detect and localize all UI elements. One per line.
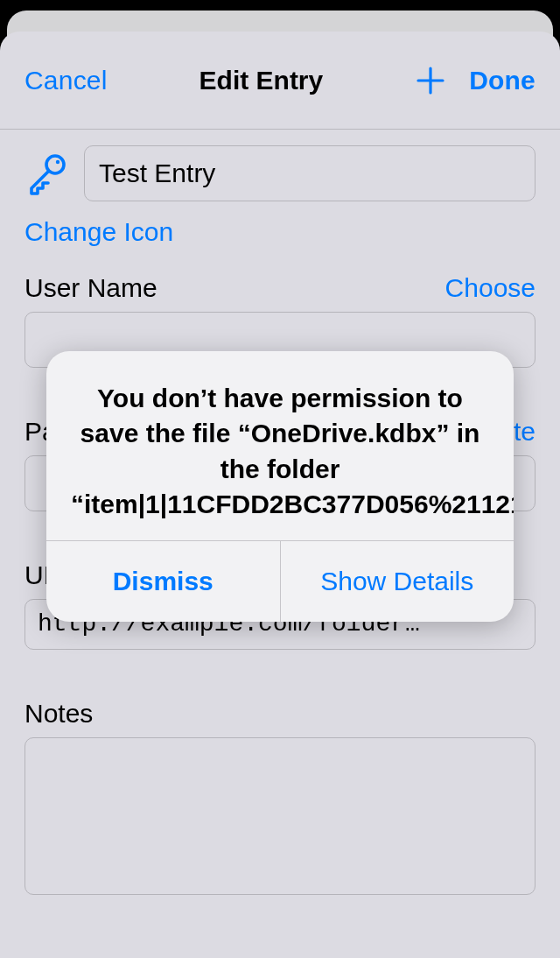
key-icon (24, 151, 68, 195)
navbar: Cancel Edit Entry Done (0, 32, 560, 130)
permission-alert: You don’t have permission to save the fi… (46, 351, 514, 622)
svg-point-1 (56, 160, 60, 164)
entry-title-input[interactable] (84, 145, 536, 201)
add-icon[interactable] (415, 65, 446, 96)
dismiss-button[interactable]: Dismiss (46, 541, 280, 622)
page-title: Edit Entry (200, 66, 324, 95)
cancel-button[interactable]: Cancel (24, 66, 108, 95)
notes-label: Notes (24, 699, 93, 729)
show-details-button[interactable]: Show Details (280, 541, 514, 622)
username-choose-button[interactable]: Choose (445, 273, 536, 303)
username-label: User Name (24, 273, 158, 303)
alert-message: You don’t have permission to save the fi… (71, 381, 489, 523)
done-button[interactable]: Done (469, 66, 536, 95)
change-icon-button[interactable]: Change Icon (24, 217, 173, 247)
notes-input[interactable] (24, 737, 536, 895)
